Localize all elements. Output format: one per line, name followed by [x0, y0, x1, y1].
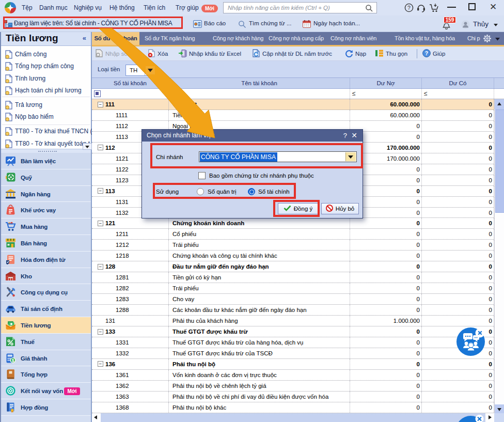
svg-text:?: ? [407, 5, 411, 11]
svg-text:?: ? [425, 50, 428, 56]
svg-text:$: $ [12, 357, 14, 363]
